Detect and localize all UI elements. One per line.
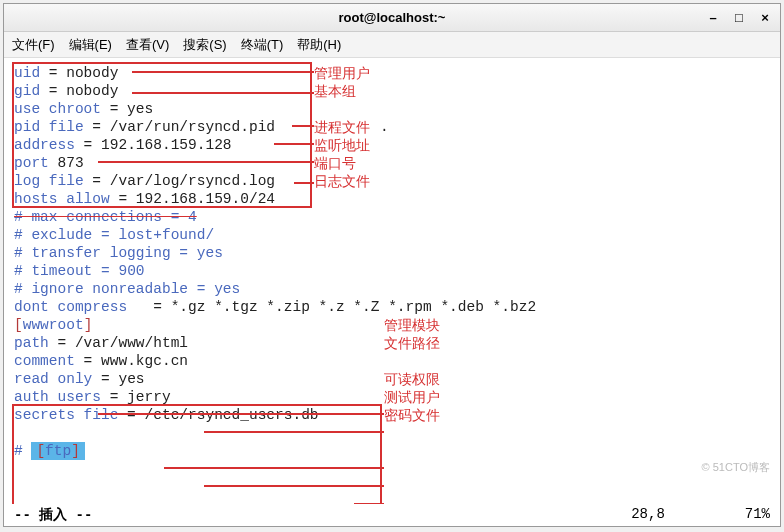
menu-edit[interactable]: 编辑(E) xyxy=(69,36,112,54)
section-name: wwwroot xyxy=(23,317,84,333)
config-val: = /var/log/rsyncd.log xyxy=(84,173,275,189)
hash: # xyxy=(14,244,31,262)
window-controls: – □ × xyxy=(706,10,772,25)
config-val: = yes xyxy=(92,371,144,387)
config-key: secrets file xyxy=(14,407,118,423)
config-key: read only xyxy=(14,371,92,387)
annotation: 基本组 xyxy=(314,82,356,100)
close-button[interactable]: × xyxy=(758,10,772,25)
annotation: 可读权限 xyxy=(384,370,440,388)
terminal-content[interactable]: uid = nobody管理用户 gid = nobody基本组 use chr… xyxy=(4,58,780,504)
config-val: = yes xyxy=(188,280,240,298)
config-val: = /var/run/rsyncd.pid xyxy=(84,119,275,135)
config-val: = yes xyxy=(101,100,153,118)
config-key: comment xyxy=(14,352,75,370)
config-val: = yes xyxy=(171,244,223,262)
connector-line xyxy=(164,467,384,469)
config-key: transfer logging xyxy=(31,244,170,262)
config-key: hosts allow xyxy=(14,190,110,208)
menu-search[interactable]: 搜索(S) xyxy=(183,36,226,54)
annotation: 端口号 xyxy=(314,154,356,172)
vim-mode: -- 插入 -- xyxy=(14,506,92,524)
config-key: log file xyxy=(14,173,84,189)
annotation: 进程文件 xyxy=(314,118,370,136)
config-val: = 900 xyxy=(92,262,144,280)
window-title: root@localhost:~ xyxy=(339,10,446,25)
hash: # xyxy=(14,442,31,460)
watermark: © 51CTO博客 xyxy=(702,458,770,476)
config-key: ignore nonreadable xyxy=(31,280,188,298)
maximize-button[interactable]: □ xyxy=(732,10,746,25)
config-val: = /var/www/html xyxy=(49,335,188,351)
annotation: 管理模块 xyxy=(384,316,440,334)
vim-statusbar: -- 插入 -- 28,8 71% xyxy=(4,504,780,526)
config-key: auth users xyxy=(14,389,101,405)
annotation: 日志文件 xyxy=(314,172,370,190)
menu-view[interactable]: 查看(V) xyxy=(126,36,169,54)
hash: # xyxy=(14,226,31,244)
menu-file[interactable]: 文件(F) xyxy=(12,36,55,54)
config-val: = 192.168.159.0/24 xyxy=(110,190,275,208)
scroll-percent: 71% xyxy=(745,506,770,524)
config-key: use chroot xyxy=(14,100,101,118)
dot: . xyxy=(380,118,389,136)
config-key: path xyxy=(14,335,49,351)
config-val: = nobody xyxy=(40,83,118,99)
cursor: [ftp] xyxy=(31,442,85,460)
config-val: = *.gz *.tgz *.zip *.z *.Z *.rpm *.deb *… xyxy=(127,298,536,316)
annotation: 监听地址 xyxy=(314,136,370,154)
config-key: gid xyxy=(14,83,40,99)
config-val: = www.kgc.cn xyxy=(75,352,188,370)
annotation: 文件路径 xyxy=(384,334,440,352)
config-val: = 192.168.159.128 xyxy=(75,137,232,153)
titlebar: root@localhost:~ – □ × xyxy=(4,4,780,32)
config-key: address xyxy=(14,137,75,153)
menubar: 文件(F) 编辑(E) 查看(V) 搜索(S) 终端(T) 帮助(H) xyxy=(4,32,780,58)
terminal-window: root@localhost:~ – □ × 文件(F) 编辑(E) 查看(V)… xyxy=(3,3,781,527)
config-val: = nobody xyxy=(40,65,118,81)
minimize-button[interactable]: – xyxy=(706,10,720,25)
config-val: = /etc/rsyncd_users.db xyxy=(118,407,318,423)
hash: # xyxy=(14,280,31,298)
config-key: exclude xyxy=(31,226,92,244)
config-key: timeout xyxy=(31,262,92,280)
bracket: ] xyxy=(84,317,93,333)
menu-help[interactable]: 帮助(H) xyxy=(297,36,341,54)
annotation: 管理用户 xyxy=(314,64,370,82)
config-key: uid xyxy=(14,65,40,81)
config-key: pid file xyxy=(14,119,84,135)
config-val: 873 xyxy=(49,155,84,171)
connector-line xyxy=(204,485,384,487)
config-key: port xyxy=(14,155,49,171)
connector-line xyxy=(354,503,384,504)
cursor-position: 28,8 xyxy=(631,506,665,524)
bracket: [ xyxy=(14,317,23,333)
annotation: 密码文件 xyxy=(384,406,440,424)
config-key: dont compress xyxy=(14,298,127,316)
config-val: = jerry xyxy=(101,389,171,405)
menu-terminal[interactable]: 终端(T) xyxy=(241,36,284,54)
annotation: 测试用户 xyxy=(384,388,440,406)
config-comment: # max connections = 4 xyxy=(14,208,197,226)
hash: # xyxy=(14,262,31,280)
config-val: = lost+found/ xyxy=(92,226,214,244)
